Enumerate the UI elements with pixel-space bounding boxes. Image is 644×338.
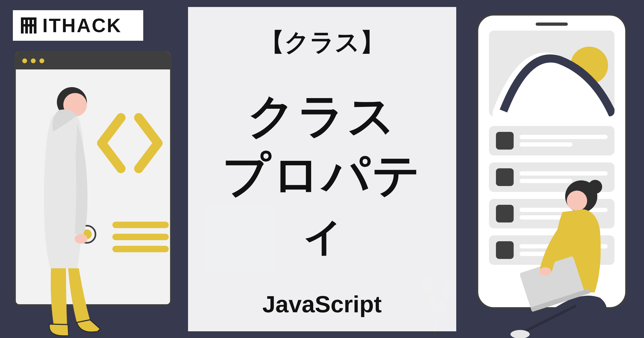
category-label: 【クラス】 (260, 26, 385, 59)
logo-mark-icon (19, 16, 39, 35)
window-dot-icon (39, 58, 44, 63)
phone-hero-card (489, 31, 614, 116)
title-line-2: プロパティ (199, 145, 446, 263)
window-dot-icon (31, 58, 36, 63)
thumb-icon (496, 132, 514, 150)
browser-titlebar (16, 52, 170, 69)
phone-notch-icon (536, 23, 568, 26)
standing-person-illustration (21, 75, 107, 338)
title-card: 【クラス】 クラス プロパティ JavaScript (188, 7, 456, 331)
language-label: JavaScript (262, 291, 382, 318)
svg-point-12 (75, 234, 87, 244)
svg-point-14 (588, 180, 602, 194)
window-dot-icon (22, 58, 27, 63)
logo-text: ITHACK (42, 14, 122, 36)
page-title: クラス プロパティ (199, 70, 446, 280)
svg-point-15 (567, 191, 587, 211)
svg-rect-5 (21, 24, 36, 27)
sitting-person-illustration (487, 172, 627, 338)
hamburger-icon (112, 220, 169, 255)
title-line-1: クラス (199, 86, 446, 145)
svg-point-18 (539, 267, 551, 276)
phone-list-item (489, 126, 614, 155)
svg-rect-4 (21, 17, 36, 20)
logo-badge: ITHACK (13, 10, 143, 41)
